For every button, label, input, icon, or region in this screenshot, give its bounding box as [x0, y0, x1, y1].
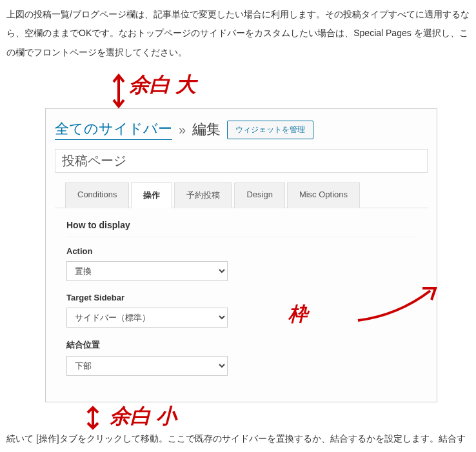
breadcrumb: 全てのサイドバー » 編集 ウィジェットを管理: [55, 119, 428, 140]
action-label: Action: [66, 246, 416, 256]
annotation-margin-small: 余白 小: [6, 402, 470, 433]
breadcrumb-current: 編集: [192, 120, 221, 139]
title-input-wrapper: [55, 149, 428, 173]
tab-design[interactable]: Design: [234, 182, 284, 208]
section-heading: How to display: [66, 220, 416, 237]
tab-bar: Conditions 操作 予約投稿 Design Misc Options: [55, 182, 428, 208]
target-sidebar-label: Target Sidebar: [66, 293, 416, 302]
merge-position-select[interactable]: 下部: [66, 356, 228, 376]
tab-sousa[interactable]: 操作: [131, 182, 172, 208]
annotation-top-text: 余白 大: [129, 71, 196, 99]
target-sidebar-select[interactable]: サイドバー（標準）: [66, 308, 228, 328]
tab-conditions[interactable]: Conditions: [65, 182, 129, 208]
breadcrumb-link-all-sidebars[interactable]: 全てのサイドバー: [55, 119, 172, 140]
sidebar-title-input[interactable]: [55, 149, 428, 173]
intro-paragraph: 上図の投稿一覧/ブログページ欄は、記事単位で変更したい場合に利用します。その投稿…: [6, 5, 470, 62]
tab-misc[interactable]: Misc Options: [287, 182, 360, 208]
action-select[interactable]: 置換: [66, 261, 228, 281]
vertical-arrow-small-icon: [84, 405, 102, 431]
manage-widgets-button[interactable]: ウィジェットを管理: [227, 121, 313, 139]
vertical-arrow-icon: [110, 73, 128, 109]
merge-position-label: 結合位置: [66, 339, 416, 351]
tab-yoyaku[interactable]: 予約投稿: [174, 182, 232, 208]
annotation-margin-large: 余白 大: [6, 70, 470, 108]
editor-panel: 全てのサイドバー » 編集 ウィジェットを管理 Conditions 操作 予約…: [45, 108, 437, 402]
tab-content: How to display Action 置換 Target Sidebar …: [55, 208, 428, 382]
annotation-bottom-text: 余白 小: [110, 402, 177, 431]
breadcrumb-separator: »: [179, 123, 186, 137]
